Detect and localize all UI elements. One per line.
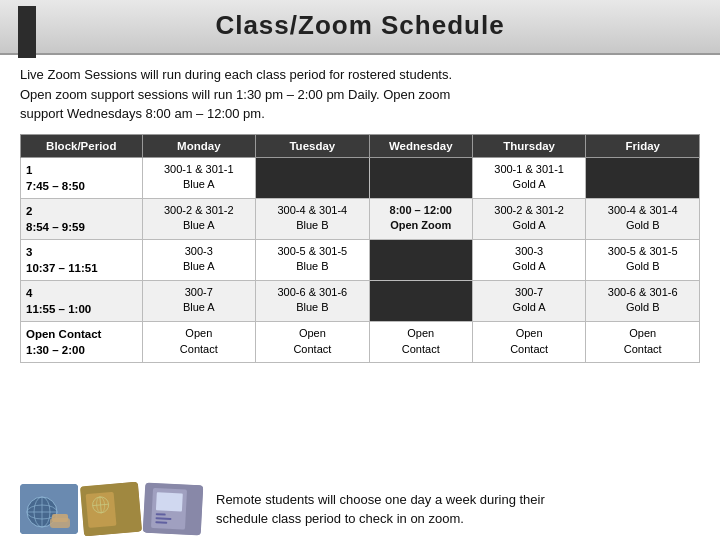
- row4-thursday: 300-7Gold A: [472, 281, 586, 322]
- row3-monday: 300-3Blue A: [142, 239, 256, 280]
- row1-wednesday: [369, 157, 472, 198]
- desc-line1: Live Zoom Sessions will run during each …: [20, 67, 452, 82]
- col-header-monday: Monday: [142, 134, 256, 157]
- row1-thursday: 300-1 & 301-1Gold A: [472, 157, 586, 198]
- row3-wednesday: [369, 239, 472, 280]
- col-header-thursday: Thursday: [472, 134, 586, 157]
- col-header-tuesday: Tuesday: [256, 134, 370, 157]
- row5-thursday: OpenContact: [472, 322, 586, 363]
- row5-friday: OpenContact: [586, 322, 700, 363]
- block-2: 28:54 – 9:59: [21, 198, 143, 239]
- footer-line2: schedule class period to check in on zoo…: [216, 511, 464, 526]
- row4-friday: 300-6 & 301-6Gold B: [586, 281, 700, 322]
- svg-rect-18: [156, 492, 183, 511]
- photo-2-svg: [80, 482, 142, 537]
- row5-wednesday: OpenContact: [369, 322, 472, 363]
- footer-section: Remote students will choose one day a we…: [0, 478, 720, 540]
- content: Live Zoom Sessions will run during each …: [0, 55, 720, 478]
- schedule-table: Block/Period Monday Tuesday Wednesday Th…: [20, 134, 700, 364]
- row1-friday: [586, 157, 700, 198]
- header-accent: [18, 6, 36, 58]
- col-header-wednesday: Wednesday: [369, 134, 472, 157]
- photo-1-svg: [20, 484, 78, 534]
- page: Class/Zoom Schedule Live Zoom Sessions w…: [0, 0, 720, 540]
- table-row: 28:54 – 9:59 300-2 & 301-2Blue A 300-4 &…: [21, 198, 700, 239]
- row2-tuesday: 300-4 & 301-4Blue B: [256, 198, 370, 239]
- row1-tuesday: [256, 157, 370, 198]
- row2-wednesday: 8:00 – 12:00Open Zoom: [369, 198, 472, 239]
- row4-tuesday: 300-6 & 301-6Blue B: [256, 281, 370, 322]
- row1-monday: 300-1 & 301-1Blue A: [142, 157, 256, 198]
- row3-friday: 300-5 & 301-5Gold B: [586, 239, 700, 280]
- row3-tuesday: 300-5 & 301-5Blue B: [256, 239, 370, 280]
- block-3: 310:37 – 11:51: [21, 239, 143, 280]
- photo-3: [143, 483, 204, 536]
- table-row: 310:37 – 11:51 300-3Blue A 300-5 & 301-5…: [21, 239, 700, 280]
- description: Live Zoom Sessions will run during each …: [20, 65, 700, 124]
- photos: [20, 484, 202, 534]
- row4-wednesday: [369, 281, 472, 322]
- footer-text: Remote students will choose one day a we…: [216, 490, 545, 529]
- table-row: Open Contact1:30 – 2:00 OpenContact Open…: [21, 322, 700, 363]
- row2-monday: 300-2 & 301-2Blue A: [142, 198, 256, 239]
- row2-friday: 300-4 & 301-4Gold B: [586, 198, 700, 239]
- header: Class/Zoom Schedule: [0, 0, 720, 55]
- photo-2: [80, 482, 142, 537]
- block-1: 17:45 – 8:50: [21, 157, 143, 198]
- col-header-friday: Friday: [586, 134, 700, 157]
- col-header-block: Block/Period: [21, 134, 143, 157]
- row3-thursday: 300-3Gold A: [472, 239, 586, 280]
- desc-line2: Open zoom support sessions will run 1:30…: [20, 87, 450, 102]
- photo-3-svg: [143, 483, 204, 536]
- footer-line1: Remote students will choose one day a we…: [216, 492, 545, 507]
- svg-rect-8: [52, 514, 68, 522]
- table-row: 17:45 – 8:50 300-1 & 301-1Blue A 300-1 &…: [21, 157, 700, 198]
- block-4: 411:55 – 1:00: [21, 281, 143, 322]
- table-header-row: Block/Period Monday Tuesday Wednesday Th…: [21, 134, 700, 157]
- row4-monday: 300-7Blue A: [142, 281, 256, 322]
- photo-1: [20, 484, 78, 534]
- row2-thursday: 300-2 & 301-2Gold A: [472, 198, 586, 239]
- block-open: Open Contact1:30 – 2:00: [21, 322, 143, 363]
- row5-tuesday: OpenContact: [256, 322, 370, 363]
- desc-line3: support Wednesdays 8:00 am – 12:00 pm.: [20, 106, 265, 121]
- table-row: 411:55 – 1:00 300-7Blue A 300-6 & 301-6B…: [21, 281, 700, 322]
- row5-monday: OpenContact: [142, 322, 256, 363]
- page-title: Class/Zoom Schedule: [0, 10, 720, 41]
